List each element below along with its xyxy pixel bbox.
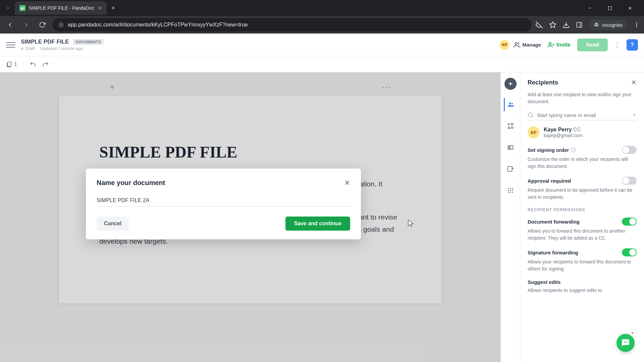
signing-order-label: Set signing order bbox=[528, 147, 569, 153]
reload-button[interactable] bbox=[36, 19, 48, 31]
permissions-header: RECIPIENT PERMISSIONS bbox=[528, 207, 637, 212]
tab-close-icon[interactable]: ✕ bbox=[98, 5, 102, 11]
panel-close-button[interactable]: ✕ bbox=[631, 78, 637, 86]
suggest-edits-desc: Allows recipients to suggest edits to bbox=[528, 287, 637, 294]
doc-badge: DOCUMENTS bbox=[73, 39, 104, 45]
incognito-icon bbox=[593, 22, 599, 28]
redo-button[interactable] bbox=[42, 61, 49, 68]
svg-marker-8 bbox=[550, 22, 556, 27]
document-name-input[interactable] bbox=[97, 195, 350, 206]
pandadoc-favicon: pd bbox=[19, 5, 25, 11]
manage-label: Manage bbox=[522, 42, 541, 48]
name-document-modal: Name your document ✕ Cancel Save and con… bbox=[86, 169, 361, 239]
add-person-icon bbox=[548, 42, 554, 48]
svg-point-41 bbox=[512, 192, 513, 193]
sig-forwarding-toggle[interactable] bbox=[622, 248, 637, 256]
invite-button[interactable]: Invite bbox=[545, 42, 573, 48]
svg-point-38 bbox=[512, 190, 513, 191]
svg-point-37 bbox=[510, 190, 511, 191]
signing-order-desc: Customize the order in which your recipi… bbox=[528, 156, 637, 170]
tab-dropdown[interactable] bbox=[3, 3, 13, 13]
side-panel-icon[interactable] bbox=[576, 21, 583, 28]
sig-forwarding-desc: Allows your recipients to forward this d… bbox=[528, 258, 637, 273]
variables-tool[interactable] bbox=[504, 119, 517, 133]
search-icon bbox=[528, 112, 534, 118]
tab-title: SIMPLE PDF FILE - PandaDoc bbox=[29, 5, 94, 11]
incognito-badge[interactable]: Incognito bbox=[589, 20, 627, 30]
svg-point-26 bbox=[508, 124, 509, 125]
back-button[interactable] bbox=[4, 19, 16, 31]
svg-point-12 bbox=[595, 24, 596, 26]
svg-point-39 bbox=[508, 192, 509, 193]
modal-overlay: Name your document ✕ Cancel Save and con… bbox=[0, 72, 500, 362]
manage-button[interactable]: Manage bbox=[514, 42, 541, 48]
svg-rect-21 bbox=[8, 62, 11, 66]
svg-marker-28 bbox=[508, 127, 510, 129]
new-tab-button[interactable]: + bbox=[108, 3, 119, 13]
svg-point-25 bbox=[511, 103, 513, 105]
svg-point-40 bbox=[510, 192, 511, 193]
panel-description: Add at least one recipient to view and/o… bbox=[528, 91, 637, 105]
svg-point-29 bbox=[511, 127, 513, 129]
recipient-name: Kaye Perry bbox=[544, 127, 572, 132]
info-icon[interactable] bbox=[571, 147, 576, 153]
svg-point-49 bbox=[625, 342, 626, 343]
eye-off-icon[interactable] bbox=[536, 21, 543, 28]
svg-point-13 bbox=[597, 24, 598, 26]
browser-menu-icon[interactable] bbox=[633, 21, 640, 28]
svg-point-16 bbox=[636, 26, 637, 27]
maximize-button[interactable] bbox=[604, 2, 616, 14]
close-window-button[interactable] bbox=[624, 2, 636, 14]
minimize-button[interactable] bbox=[584, 2, 596, 14]
content-tool[interactable] bbox=[504, 141, 517, 154]
save-continue-button[interactable]: Save and continue bbox=[285, 217, 350, 231]
browser-tab[interactable]: pd SIMPLE PDF FILE - PandaDoc ✕ bbox=[15, 1, 107, 15]
help-button[interactable]: ? bbox=[627, 39, 638, 51]
svg-rect-1 bbox=[608, 6, 611, 10]
svg-point-15 bbox=[636, 24, 637, 25]
modal-close-button[interactable]: ✕ bbox=[344, 179, 350, 187]
svg-rect-10 bbox=[577, 22, 582, 27]
recipient-search-input[interactable] bbox=[537, 112, 629, 118]
chat-button[interactable] bbox=[616, 334, 635, 352]
status-dot bbox=[21, 47, 23, 50]
recipient-item[interactable]: KP Kaye PerryCC kayep@gmail.com bbox=[528, 126, 637, 138]
more-options-button[interactable]: ⋮ bbox=[612, 40, 623, 50]
svg-rect-27 bbox=[511, 124, 513, 125]
forwarding-desc: Allows you to forward this document to a… bbox=[528, 228, 637, 242]
svg-rect-32 bbox=[507, 167, 512, 172]
people-icon bbox=[514, 42, 520, 48]
forward-button[interactable] bbox=[20, 19, 32, 31]
recipient-tag: CC bbox=[573, 127, 581, 132]
invite-label: Invite bbox=[556, 42, 571, 48]
forwarding-toggle[interactable] bbox=[622, 218, 637, 226]
url-text: app.pandadoc.com/a/#/documents/kKyLCPFoT… bbox=[68, 22, 248, 28]
page-count: 1 bbox=[14, 61, 17, 67]
dropdown-icon[interactable] bbox=[632, 113, 637, 117]
svg-marker-44 bbox=[633, 114, 636, 116]
signing-order-toggle[interactable] bbox=[622, 146, 637, 154]
pages-button[interactable]: 1 bbox=[6, 61, 17, 68]
cancel-button[interactable]: Cancel bbox=[97, 217, 129, 231]
smart-content-tool[interactable] bbox=[504, 162, 517, 176]
user-avatar[interactable]: KP bbox=[499, 40, 509, 50]
apps-tool[interactable] bbox=[504, 184, 517, 197]
undo-button[interactable] bbox=[30, 61, 36, 68]
recipients-tool[interactable] bbox=[504, 98, 517, 111]
sig-forwarding-label: Signature forwarding bbox=[528, 250, 578, 255]
modal-title: Name your document bbox=[97, 179, 165, 187]
site-info-icon bbox=[58, 22, 64, 27]
svg-point-33 bbox=[508, 188, 509, 189]
bookmark-icon[interactable] bbox=[549, 21, 556, 28]
add-tool-button[interactable] bbox=[504, 78, 517, 90]
svg-point-24 bbox=[509, 103, 511, 105]
svg-rect-31 bbox=[509, 146, 510, 148]
svg-point-35 bbox=[512, 188, 513, 189]
svg-point-17 bbox=[515, 42, 517, 45]
suggest-edits-label: Suggest edits bbox=[528, 279, 560, 285]
url-field[interactable]: app.pandadoc.com/a/#/documents/kKyLCPFoT… bbox=[52, 18, 532, 32]
approval-toggle[interactable] bbox=[622, 177, 637, 185]
download-icon[interactable] bbox=[562, 21, 570, 28]
send-button[interactable]: Send bbox=[577, 39, 608, 51]
menu-button[interactable] bbox=[6, 40, 15, 50]
